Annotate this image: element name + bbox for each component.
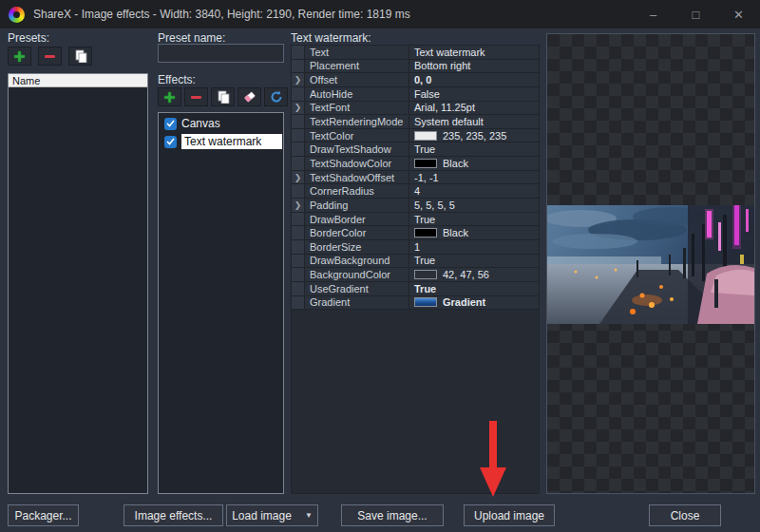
row-gutter bbox=[292, 255, 305, 268]
checkbox-checked-icon[interactable] bbox=[164, 136, 177, 148]
property-name: DrawBackground bbox=[305, 255, 409, 268]
property-value-text: False bbox=[414, 88, 440, 100]
chevron-down-icon: ▼ bbox=[305, 511, 313, 520]
property-value[interactable]: 0, 0 bbox=[409, 73, 539, 86]
property-row[interactable]: BorderSize1 bbox=[292, 240, 539, 255]
property-row[interactable]: BackgroundColor42, 47, 56 bbox=[292, 268, 539, 282]
color-swatch bbox=[414, 270, 437, 279]
property-name: UseGradient bbox=[305, 282, 409, 295]
load-image-button[interactable]: Load image ▼ bbox=[226, 504, 318, 526]
expand-arrow-icon[interactable]: ❯ bbox=[292, 199, 305, 212]
row-gutter bbox=[292, 60, 305, 73]
effect-item-label: Canvas bbox=[181, 117, 220, 130]
property-value[interactable]: System default bbox=[409, 115, 539, 128]
property-row[interactable]: BorderColorBlack bbox=[292, 226, 539, 240]
expand-arrow-icon[interactable]: ❯ bbox=[292, 73, 305, 86]
property-row[interactable]: AutoHideFalse bbox=[292, 87, 539, 102]
property-row[interactable]: GradientGradient bbox=[292, 296, 539, 311]
property-row[interactable]: TextShadowColorBlack bbox=[292, 157, 539, 171]
presets-list-header[interactable]: Name bbox=[9, 74, 147, 87]
property-row[interactable]: CornerRadius4 bbox=[292, 184, 539, 199]
expand-arrow-icon[interactable]: ❯ bbox=[292, 171, 305, 184]
effect-remove-button[interactable] bbox=[184, 87, 208, 106]
minimize-button[interactable]: – bbox=[632, 0, 674, 28]
property-value[interactable]: 235, 235, 235 bbox=[409, 129, 539, 142]
property-value[interactable]: 1 bbox=[409, 240, 539, 254]
preset-duplicate-button[interactable] bbox=[68, 47, 92, 66]
property-name: Gradient bbox=[305, 296, 409, 310]
property-value[interactable]: Text watermark bbox=[409, 46, 539, 59]
property-value[interactable]: Black bbox=[409, 157, 539, 170]
effect-item-canvas[interactable]: Canvas bbox=[159, 116, 283, 131]
property-value-text: Black bbox=[443, 158, 468, 169]
property-value-text: 0, 0 bbox=[414, 74, 431, 86]
property-value[interactable]: 4 bbox=[409, 184, 539, 198]
property-value[interactable]: Arial, 11.25pt bbox=[409, 102, 539, 115]
property-row[interactable]: ❯TextShadowOffset-1, -1 bbox=[292, 171, 539, 185]
property-row[interactable]: ❯TextFontArial, 11.25pt bbox=[292, 102, 539, 116]
save-image-button[interactable]: Save image... bbox=[341, 504, 444, 526]
property-name: Offset bbox=[305, 73, 409, 86]
image-effects-button[interactable]: Image effects... bbox=[124, 504, 223, 526]
property-value[interactable]: Gradient bbox=[409, 296, 539, 310]
property-value[interactable]: Black bbox=[409, 226, 539, 239]
eraser-icon bbox=[243, 90, 256, 104]
effects-list[interactable]: Canvas Text watermark bbox=[158, 112, 284, 494]
packager-button[interactable]: Packager... bbox=[8, 504, 79, 526]
expand-arrow-icon[interactable]: ❯ bbox=[292, 102, 305, 115]
property-value-text: Black bbox=[443, 227, 468, 238]
row-gutter bbox=[292, 87, 305, 101]
color-swatch bbox=[414, 297, 437, 307]
property-row[interactable]: DrawBorderTrue bbox=[292, 213, 539, 227]
close-button[interactable]: Close bbox=[649, 504, 721, 526]
property-value[interactable]: Bottom right bbox=[409, 60, 539, 73]
preset-add-button[interactable] bbox=[8, 47, 31, 66]
property-value[interactable]: False bbox=[409, 87, 539, 101]
minus-icon bbox=[190, 91, 202, 104]
row-gutter bbox=[292, 184, 305, 198]
row-gutter bbox=[292, 268, 305, 281]
preset-remove-button[interactable] bbox=[38, 47, 62, 66]
property-row[interactable]: TextRenderingModeSystem default bbox=[292, 115, 539, 129]
maximize-button[interactable]: □ bbox=[674, 0, 717, 28]
property-row[interactable]: ❯Offset0, 0 bbox=[292, 73, 539, 87]
property-value[interactable]: True bbox=[409, 142, 539, 156]
close-window-button[interactable]: ✕ bbox=[717, 0, 760, 28]
title-bar: ShareX - Image effects - Width: 3840, He… bbox=[0, 0, 760, 28]
property-row[interactable]: TextColor235, 235, 235 bbox=[292, 129, 539, 143]
upload-image-button[interactable]: Upload image bbox=[464, 504, 555, 526]
row-gutter bbox=[292, 240, 305, 254]
property-name: AutoHide bbox=[305, 87, 409, 101]
effect-clear-button[interactable] bbox=[238, 87, 261, 106]
property-name: BackgroundColor bbox=[305, 268, 409, 281]
property-name: DrawTextShadow bbox=[305, 142, 409, 156]
property-row[interactable]: UseGradientTrue bbox=[292, 282, 539, 296]
property-value[interactable]: True bbox=[409, 282, 539, 295]
property-value[interactable]: 5, 5, 5, 5 bbox=[409, 199, 539, 212]
property-value[interactable]: -1, -1 bbox=[409, 171, 539, 184]
checkbox-checked-icon[interactable] bbox=[164, 118, 177, 130]
property-row[interactable]: TextText watermark bbox=[292, 46, 539, 60]
property-row[interactable]: DrawBackgroundTrue bbox=[292, 255, 539, 269]
row-gutter bbox=[292, 142, 305, 156]
effect-item-edit-field[interactable]: Text watermark bbox=[181, 134, 282, 149]
property-value[interactable]: True bbox=[409, 255, 539, 268]
property-row[interactable]: PlacementBottom right bbox=[292, 60, 539, 74]
refresh-icon bbox=[270, 90, 283, 104]
effect-item-text-watermark[interactable]: Text watermark bbox=[159, 134, 283, 149]
effect-add-button[interactable] bbox=[158, 87, 181, 106]
property-value[interactable]: True bbox=[409, 213, 539, 226]
preview-panel[interactable] bbox=[546, 33, 755, 494]
effect-duplicate-button[interactable] bbox=[211, 87, 235, 106]
preset-name-input[interactable] bbox=[158, 44, 284, 63]
property-row[interactable]: ❯Padding5, 5, 5, 5 bbox=[292, 199, 539, 213]
sharex-logo-icon bbox=[9, 7, 25, 23]
property-value-text: Gradient bbox=[443, 296, 485, 308]
property-value[interactable]: 42, 47, 56 bbox=[409, 268, 539, 281]
color-swatch bbox=[414, 228, 437, 238]
property-row[interactable]: DrawTextShadowTrue bbox=[292, 142, 539, 157]
property-value-text: 4 bbox=[414, 185, 420, 197]
effect-refresh-button[interactable] bbox=[264, 87, 288, 106]
row-gutter bbox=[292, 46, 305, 59]
presets-list[interactable]: Name bbox=[8, 73, 148, 494]
